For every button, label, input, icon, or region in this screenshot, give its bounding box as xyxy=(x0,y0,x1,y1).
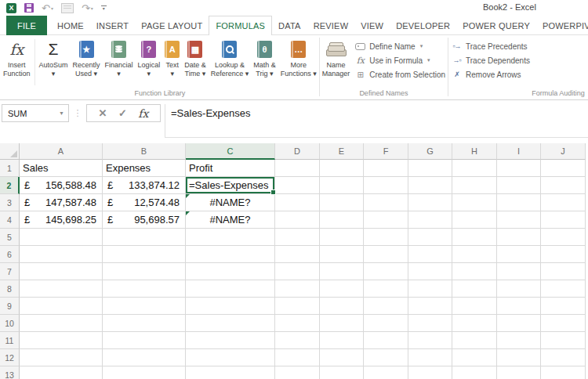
cell-C7[interactable] xyxy=(186,263,275,280)
cell-I3[interactable] xyxy=(497,194,541,211)
cell-D4[interactable] xyxy=(275,211,320,229)
cell-J9[interactable] xyxy=(541,298,586,315)
cell-D7[interactable] xyxy=(275,263,320,280)
cell-F5[interactable] xyxy=(364,229,408,246)
cell-F4[interactable] xyxy=(364,211,408,229)
row-header-11[interactable]: 11 xyxy=(0,332,20,349)
column-header-B[interactable]: B xyxy=(103,143,186,160)
cell-H10[interactable] xyxy=(452,315,497,332)
cell-C1[interactable]: Profit xyxy=(186,160,275,177)
cell-D10[interactable] xyxy=(275,315,320,332)
remove-arrows-button[interactable]: ✗Remove Arrows xyxy=(448,67,532,81)
cell-G13[interactable] xyxy=(408,366,452,379)
row-header-10[interactable]: 10 xyxy=(0,315,20,332)
cell-G11[interactable] xyxy=(408,332,452,349)
logical-button[interactable]: ?Logical▾ xyxy=(136,38,163,78)
cell-B11[interactable] xyxy=(103,332,186,349)
cell-I2[interactable] xyxy=(497,177,541,194)
tab-review[interactable]: REVIEW xyxy=(307,16,355,35)
cell-H13[interactable] xyxy=(452,366,497,379)
cell-C13[interactable] xyxy=(186,366,275,379)
cell-E6[interactable] xyxy=(320,246,364,263)
row-header-7[interactable]: 7 xyxy=(0,263,20,280)
tab-data[interactable]: DATA xyxy=(272,16,307,35)
cell-E8[interactable] xyxy=(320,280,364,298)
cell-J2[interactable] xyxy=(541,177,586,194)
column-header-D[interactable]: D xyxy=(275,143,320,160)
date-time-button[interactable]: ▦Date &Time ▾ xyxy=(182,38,209,78)
insert-function-button[interactable]: fx Insert Function xyxy=(1,38,33,78)
cell-A11[interactable] xyxy=(20,332,103,349)
cell-H8[interactable] xyxy=(452,280,497,298)
cell-J3[interactable] xyxy=(541,194,586,211)
cell-D12[interactable] xyxy=(275,349,320,366)
trace-dependents-button[interactable]: →▫Trace Dependents xyxy=(448,53,532,67)
cell-G10[interactable] xyxy=(408,315,452,332)
tab-developer[interactable]: DEVELOPER xyxy=(390,16,456,35)
cell-G12[interactable] xyxy=(408,349,452,366)
cell-J1[interactable] xyxy=(541,160,586,177)
cell-F1[interactable] xyxy=(364,160,408,177)
cell-D5[interactable] xyxy=(275,229,320,246)
cell-B9[interactable] xyxy=(103,298,186,315)
cell-B13[interactable] xyxy=(103,366,186,379)
row-header-13[interactable]: 13 xyxy=(0,366,20,379)
cell-C4[interactable]: #NAME? xyxy=(186,211,275,229)
cell-F7[interactable] xyxy=(364,263,408,280)
cell-F2[interactable] xyxy=(364,177,408,194)
row-header-5[interactable]: 5 xyxy=(0,229,20,246)
cell-H5[interactable] xyxy=(452,229,497,246)
cell-F13[interactable] xyxy=(364,366,408,379)
cell-D13[interactable] xyxy=(275,366,320,379)
cell-G6[interactable] xyxy=(408,246,452,263)
cell-B7[interactable] xyxy=(103,263,186,280)
save-icon[interactable] xyxy=(24,3,34,13)
cell-G8[interactable] xyxy=(408,280,452,298)
cell-J6[interactable] xyxy=(541,246,586,263)
cell-C12[interactable] xyxy=(186,349,275,366)
cell-D9[interactable] xyxy=(275,298,320,315)
qat-customize-icon[interactable]: ▾ xyxy=(101,5,107,11)
cell-F9[interactable] xyxy=(364,298,408,315)
cell-B4[interactable]: £95,698.57 xyxy=(103,211,186,229)
cell-D2[interactable] xyxy=(275,177,320,194)
row-header-2[interactable]: 2 xyxy=(0,177,20,194)
cell-D8[interactable] xyxy=(275,280,320,298)
create-from-selection-button[interactable]: ⊞Create from Selection xyxy=(352,67,448,81)
cell-H7[interactable] xyxy=(452,263,497,280)
column-header-E[interactable]: E xyxy=(320,143,364,160)
cancel-button[interactable]: ✕ xyxy=(99,107,107,119)
tab-formulas[interactable]: FORMULAS xyxy=(209,16,272,35)
cell-D6[interactable] xyxy=(275,246,320,263)
recently-used-button[interactable]: ★RecentlyUsed ▾ xyxy=(71,38,103,78)
cell-I13[interactable] xyxy=(497,366,541,379)
cell-C9[interactable] xyxy=(186,298,275,315)
cell-E2[interactable] xyxy=(320,177,364,194)
cell-G4[interactable] xyxy=(408,211,452,229)
save-icon[interactable] xyxy=(24,3,34,13)
tab-file[interactable]: FILE xyxy=(6,16,47,35)
cell-I8[interactable] xyxy=(497,280,541,298)
cell-H2[interactable] xyxy=(452,177,497,194)
cell-D11[interactable] xyxy=(275,332,320,349)
text-button[interactable]: AText▾ xyxy=(162,38,182,78)
financial-button[interactable]: Financial▾ xyxy=(103,38,136,78)
cell-A10[interactable] xyxy=(20,315,103,332)
cell-C8[interactable] xyxy=(186,280,275,298)
cell-E13[interactable] xyxy=(320,366,364,379)
cell-B3[interactable]: £12,574.48 xyxy=(103,194,186,211)
cell-D1[interactable] xyxy=(275,160,320,177)
excel-logo-icon[interactable]: X xyxy=(6,3,16,13)
cell-H6[interactable] xyxy=(452,246,497,263)
excel-logo-icon[interactable]: X xyxy=(6,3,16,13)
column-header-F[interactable]: F xyxy=(364,143,408,160)
cell-J4[interactable] xyxy=(541,211,586,229)
cell-A3[interactable]: £147,587.48 xyxy=(20,194,103,211)
name-manager-button[interactable]: Name Manager xyxy=(320,38,353,78)
cell-B8[interactable] xyxy=(103,280,186,298)
cell-E9[interactable] xyxy=(320,298,364,315)
cell-I5[interactable] xyxy=(497,229,541,246)
cell-H1[interactable] xyxy=(452,160,497,177)
cell-A8[interactable] xyxy=(20,280,103,298)
cell-G9[interactable] xyxy=(408,298,452,315)
